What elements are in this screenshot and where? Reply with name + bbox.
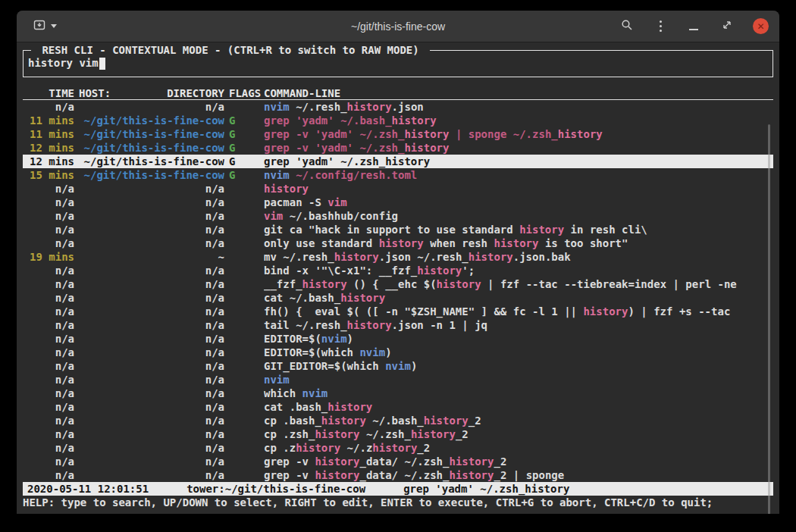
directory-cell: n/a	[79, 196, 224, 209]
status-command: grep 'yadm' ~/.zsh_history	[403, 482, 569, 496]
table-row[interactable]: n/an/acp .bash_history ~/.bash_history_2	[23, 414, 773, 427]
directory-cell: n/a	[79, 332, 224, 346]
time-cell: n/a	[26, 414, 74, 427]
time-cell: n/a	[26, 441, 74, 455]
command-cell: __fzf_history () { __ehc $(history | fzf…	[264, 277, 773, 291]
command-cell: mv ~/.resh_history.json ~/.resh_history.…	[264, 250, 773, 264]
terminal[interactable]: RESH CLI - CONTEXTUAL MODE - (CTRL+R to …	[17, 42, 779, 514]
command-cell: tail ~/.resh_history.json -n 1 | jq	[264, 318, 773, 332]
table-row[interactable]: 15 mins~/git/this-is-fine-cowGnvim ~/.co…	[23, 168, 773, 182]
flags-cell	[229, 223, 261, 236]
directory-cell: n/a	[79, 427, 224, 441]
search-button[interactable]	[619, 19, 635, 34]
menu-button[interactable]	[653, 19, 668, 34]
time-cell: 15 mins	[26, 168, 74, 182]
directory-cell: ~/git/this-is-fine-cow	[79, 127, 224, 141]
window-title: ~/git/this-is-fine-cow	[202, 20, 594, 33]
table-row[interactable]: n/an/anvim	[23, 373, 773, 386]
command-cell: only use standard history when resh hist…	[264, 236, 773, 250]
directory-cell: n/a	[79, 236, 224, 250]
time-cell: n/a	[26, 400, 74, 414]
time-cell: n/a	[26, 264, 74, 277]
close-button[interactable]: ✕	[753, 18, 769, 34]
table-row[interactable]: n/an/a__fzf_history () { __ehc $(history…	[23, 277, 773, 291]
table-row[interactable]: n/an/aonly use standard history when res…	[23, 236, 773, 250]
table-row[interactable]: n/an/afh() { eval $( ([ -n "$ZSH_NAME" ]…	[23, 305, 773, 318]
search-query[interactable]: history vim	[28, 57, 105, 70]
directory-cell: n/a	[79, 414, 224, 427]
table-row[interactable]: n/an/apacman -S vim	[23, 196, 773, 209]
command-cell: grep 'yadm' ~/.bash_history	[264, 114, 773, 127]
flags-cell	[229, 441, 261, 455]
table-row[interactable]: 12 mins~/git/this-is-fine-cowGgrep -v 'y…	[23, 141, 773, 155]
table-row[interactable]: n/an/awhich nvim	[23, 386, 773, 400]
table-row[interactable]: 12 mins~/git/this-is-fine-cowGgrep 'yadm…	[23, 155, 773, 168]
header-directory: DIRECTORY	[167, 86, 224, 99]
status-location: tower:~/git/this-is-fine-cow	[186, 482, 365, 496]
command-cell: bind -x '"\C-x1": __fzf_history';	[264, 264, 773, 277]
table-row[interactable]: n/an/aEDITOR=$(which nvim)	[23, 346, 773, 359]
flags-cell	[229, 386, 261, 400]
table-row[interactable]: 11 mins~/git/this-is-fine-cowGgrep 'yadm…	[23, 114, 773, 127]
titlebar[interactable]: ~/git/this-is-fine-cow	[17, 11, 779, 42]
restore-button[interactable]	[719, 19, 735, 34]
directory-cell: n/a	[79, 468, 224, 482]
directory-cell: n/a	[79, 305, 224, 318]
table-row[interactable]: n/an/acp .zhistory ~/.zhistory_2	[23, 441, 773, 455]
time-cell: n/a	[26, 223, 74, 236]
table-row[interactable]: n/an/avim ~/.bashhub/config	[23, 209, 773, 223]
minimize-button[interactable]	[686, 19, 701, 34]
flags-cell	[229, 427, 261, 441]
table-row[interactable]: n/an/acp .zsh_history ~/.zsh_history_2	[23, 427, 773, 441]
directory-cell: n/a	[79, 100, 224, 114]
time-cell: 11 mins	[26, 114, 74, 127]
scrollbar[interactable]	[768, 124, 770, 514]
header-host-directory: HOST:DIRECTORY	[79, 86, 224, 99]
table-row[interactable]: n/an/agit ca "hack in support to use sta…	[23, 223, 773, 236]
flags-cell	[229, 332, 261, 346]
time-cell: n/a	[26, 318, 74, 332]
table-row[interactable]: n/an/agrep -v history_data/ ~/.zsh_histo…	[23, 468, 773, 482]
resh-search-box: RESH CLI - CONTEXTUAL MODE - (CTRL+R to …	[23, 50, 773, 77]
flags-cell: G	[229, 114, 261, 127]
table-row[interactable]: n/an/anvim ~/.resh_history.json	[23, 100, 773, 114]
close-icon: ✕	[757, 21, 764, 32]
table-row[interactable]: n/an/abind -x '"\C-x1": __fzf_history';	[23, 264, 773, 277]
new-tab-button[interactable]	[27, 15, 63, 38]
table-row[interactable]: n/an/acat ~/.bash_history	[23, 291, 773, 305]
table-row[interactable]: n/an/aEDITOR=$(nvim)	[23, 332, 773, 346]
time-cell: n/a	[26, 427, 74, 441]
table-row[interactable]: 19 mins~mv ~/.resh_history.json ~/.resh_…	[23, 250, 773, 264]
command-cell: grep -v 'yadm' ~/.zsh_history	[264, 141, 773, 155]
table-row[interactable]: 11 mins~/git/this-is-fine-cowGgrep -v 'y…	[23, 127, 773, 141]
help-line: HELP: type to search, UP/DOWN to select,…	[23, 496, 773, 509]
time-cell: n/a	[26, 373, 74, 386]
flags-cell	[229, 468, 261, 482]
time-cell: n/a	[26, 346, 74, 359]
time-cell: n/a	[26, 182, 74, 196]
table-row[interactable]: n/an/aGIT_EDITOR=$(which nvim)	[23, 359, 773, 373]
command-cell: nvim	[264, 373, 773, 386]
minimize-icon	[689, 29, 698, 30]
table-row[interactable]: n/an/ahistory	[23, 182, 773, 196]
table-row[interactable]: n/an/atail ~/.resh_history.json -n 1 | j…	[23, 318, 773, 332]
time-cell: 12 mins	[26, 155, 74, 168]
directory-cell: n/a	[79, 209, 224, 223]
flags-cell: G	[229, 141, 261, 155]
flags-cell	[229, 291, 261, 305]
table-row[interactable]: n/an/acat .bash_history	[23, 400, 773, 414]
flags-cell	[229, 196, 261, 209]
table-row[interactable]: n/an/agrep -v history_data/ ~/.zsh_histo…	[23, 455, 773, 468]
header-time: TIME	[26, 86, 74, 99]
command-cell: git ca "hack in support to use standard …	[264, 223, 773, 236]
directory-cell: ~/git/this-is-fine-cow	[79, 141, 224, 155]
time-cell: 12 mins	[26, 141, 74, 155]
command-cell: grep -v history_data/ ~/.zsh_history_2 |…	[264, 468, 773, 482]
flags-cell	[229, 250, 261, 264]
directory-cell: n/a	[79, 223, 224, 236]
command-cell: GIT_EDITOR=$(which nvim)	[264, 359, 773, 373]
flags-cell	[229, 277, 261, 291]
time-cell: n/a	[26, 455, 74, 468]
flags-cell	[229, 414, 261, 427]
directory-cell: n/a	[79, 359, 224, 373]
